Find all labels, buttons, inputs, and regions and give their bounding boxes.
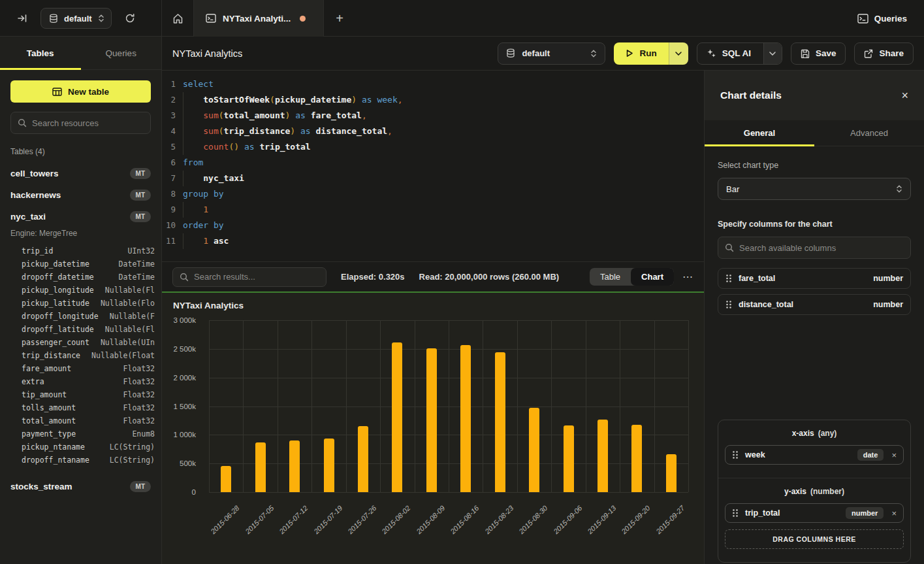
axis-column-chip[interactable]: trip_totalnumber×	[725, 503, 904, 523]
sidebar: Tables Queries New table Tables (4) cell…	[0, 37, 162, 564]
remove-chip-icon[interactable]: ×	[891, 508, 897, 518]
column-type: LC(String)	[110, 442, 155, 452]
x-tick-label: 2015-08-16	[449, 504, 480, 535]
run-button[interactable]: Run	[614, 42, 688, 65]
code-line: 1select	[162, 76, 704, 92]
query-database-selector[interactable]: default	[498, 42, 605, 65]
queries-button[interactable]: Queries	[857, 0, 907, 37]
chart-bar[interactable]	[666, 454, 677, 492]
y-tick-label: 0	[192, 488, 196, 496]
sidebar-tab-tables[interactable]: Tables	[0, 37, 81, 69]
table-row-hackernews[interactable]: hackernews MT	[0, 184, 161, 206]
chart-bar[interactable]	[255, 442, 266, 492]
chart-bar[interactable]	[221, 466, 231, 492]
column-row[interactable]: fare_amountFloat32	[22, 362, 155, 375]
column-row[interactable]: dropoff_datetimeDateTime	[22, 271, 155, 284]
chart-bar[interactable]	[426, 348, 437, 492]
column-row[interactable]: tip_amountFloat32	[22, 388, 155, 401]
chart-bar[interactable]	[597, 420, 608, 492]
sql-ai-button[interactable]: SQL AI	[697, 42, 782, 65]
save-button[interactable]: Save	[791, 42, 846, 65]
code-text: 1	[183, 202, 208, 218]
sql-ai-chevron[interactable]	[763, 43, 782, 64]
refresh-icon[interactable]	[121, 9, 139, 27]
table-row-cell-towers[interactable]: cell_towers MT	[0, 163, 161, 184]
code-line: 4sum(trip_distance) as distance_total,	[162, 124, 704, 139]
chart-bar[interactable]	[495, 352, 505, 492]
column-row[interactable]: trip_distanceNullable(Float	[22, 349, 155, 362]
gridline-vertical	[380, 320, 381, 492]
column-type: DateTime	[119, 273, 155, 282]
results-search-input[interactable]	[194, 272, 319, 282]
selector-spinner-icon	[896, 184, 902, 193]
results-more-menu[interactable]: ⋯	[682, 271, 693, 283]
available-column-row[interactable]: fare_totalnumber	[718, 268, 911, 289]
column-row[interactable]: payment_typeEnum8	[22, 427, 155, 440]
sidebar-tab-queries[interactable]: Queries	[81, 37, 162, 69]
column-row[interactable]: dropoff_latitudeNullable(Fl	[22, 323, 155, 336]
chart-bar[interactable]	[460, 345, 471, 492]
tab-advanced[interactable]: Advanced	[814, 120, 924, 146]
code-line: 111 asc	[162, 233, 704, 249]
chip-column-name: week	[745, 450, 851, 459]
new-table-button[interactable]: New table	[10, 80, 151, 103]
run-options-chevron[interactable]	[669, 42, 688, 65]
columns-search-input[interactable]	[739, 243, 904, 253]
column-row[interactable]: tolls_amountFloat32	[22, 401, 155, 414]
tab-nytaxi-analytics[interactable]: NYTaxi Analyti...	[193, 0, 324, 37]
column-row[interactable]: pickup_ntanameLC(String)	[22, 440, 155, 454]
database-icon	[506, 48, 515, 58]
view-toggle-chart[interactable]: Chart	[631, 268, 674, 286]
column-name: pickup_datetime	[22, 259, 89, 269]
column-row[interactable]: trip_idUInt32	[22, 244, 155, 257]
code-line: 91	[162, 202, 704, 218]
drag-columns-drop-zone[interactable]: DRAG COLUMNS HERE	[725, 529, 904, 549]
tab-general[interactable]: General	[705, 120, 814, 146]
database-selector[interactable]: default	[40, 8, 112, 29]
column-row[interactable]: dropoff_longitudeNullable(F	[22, 310, 155, 323]
chart-details-tabs: General Advanced	[705, 120, 924, 146]
view-toggle-table[interactable]: Table	[590, 268, 631, 286]
tables-section-label: Tables (4)	[10, 147, 151, 156]
chart-bar[interactable]	[564, 425, 574, 492]
axis-column-chip[interactable]: weekdate×	[725, 445, 904, 465]
drag-handle-icon	[725, 274, 732, 283]
column-row[interactable]: pickup_latitudeNullable(Flo	[22, 297, 155, 310]
sidebar-search-input[interactable]	[32, 118, 147, 128]
chip-column-name: trip_total	[745, 508, 839, 518]
engine-badge: MT	[130, 211, 151, 222]
chart-bar[interactable]	[289, 440, 300, 492]
column-row[interactable]: extraFloat32	[22, 375, 155, 388]
table-row-stocks-stream[interactable]: stocks_stream MT	[0, 476, 161, 497]
home-button[interactable]	[162, 0, 193, 37]
column-row[interactable]: dropoff_ntanameLC(String)	[22, 454, 155, 467]
share-button[interactable]: Share	[854, 42, 914, 65]
search-icon	[725, 243, 734, 252]
column-name: dropoff_longitude	[22, 312, 99, 321]
chart-bar[interactable]	[529, 408, 539, 492]
column-row[interactable]: passenger_countNullable(UIn	[22, 336, 155, 349]
chart-bar[interactable]	[631, 425, 642, 492]
chart-x-axis: 2015-06-282015-07-052015-07-122015-07-19…	[209, 497, 688, 556]
chart-bar[interactable]	[392, 342, 402, 492]
sql-editor[interactable]: 1select2toStartOfWeek(pickup_datetime) a…	[162, 71, 704, 261]
engine-badge: MT	[130, 481, 151, 492]
chart-type-select[interactable]: Bar	[718, 178, 911, 200]
close-icon[interactable]: ×	[901, 90, 908, 101]
column-type: Float32	[123, 377, 155, 386]
column-row[interactable]: pickup_longitudeNullable(Fl	[22, 284, 155, 297]
available-column-row[interactable]: distance_totalnumber	[718, 294, 911, 315]
chart-bar[interactable]	[358, 426, 368, 492]
chart-bar[interactable]	[324, 439, 334, 492]
remove-chip-icon[interactable]: ×	[891, 450, 897, 460]
column-row[interactable]: pickup_datetimeDateTime	[22, 257, 155, 271]
table-row-nyc-taxi[interactable]: nyc_taxi MT	[0, 206, 161, 227]
x-tick-label: 2015-09-20	[620, 504, 652, 535]
new-tab-button[interactable]: +	[324, 0, 355, 37]
collapse-sidebar-icon[interactable]	[13, 9, 31, 27]
gridline-vertical	[586, 320, 586, 492]
column-row[interactable]: total_amountFloat32	[22, 414, 155, 427]
axis-config-box: x-axis(any) weekdate× y-axis(number) tri…	[718, 420, 911, 563]
elapsed-stat: Elapsed: 0.320s	[341, 272, 405, 282]
column-name: trip_id	[22, 246, 53, 256]
